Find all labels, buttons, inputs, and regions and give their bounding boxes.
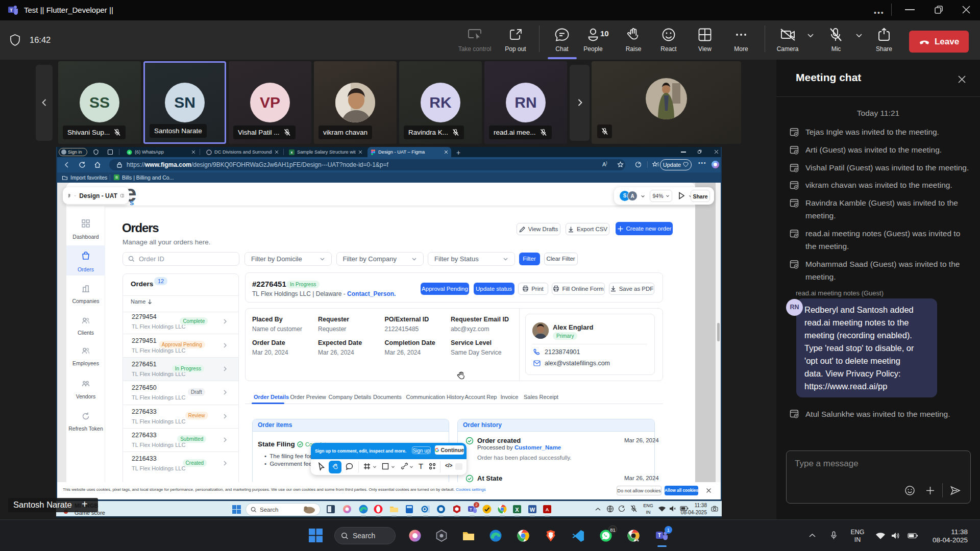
svg-text:A: A xyxy=(546,507,549,512)
svg-text:T: T xyxy=(658,533,661,538)
svg-text:X: X xyxy=(515,507,519,513)
svg-text:W: W xyxy=(530,507,535,513)
svg-text:T: T xyxy=(470,507,472,512)
svg-text:B: B xyxy=(115,176,118,179)
svg-text:x: x xyxy=(291,151,293,154)
svg-text:T: T xyxy=(10,7,13,13)
